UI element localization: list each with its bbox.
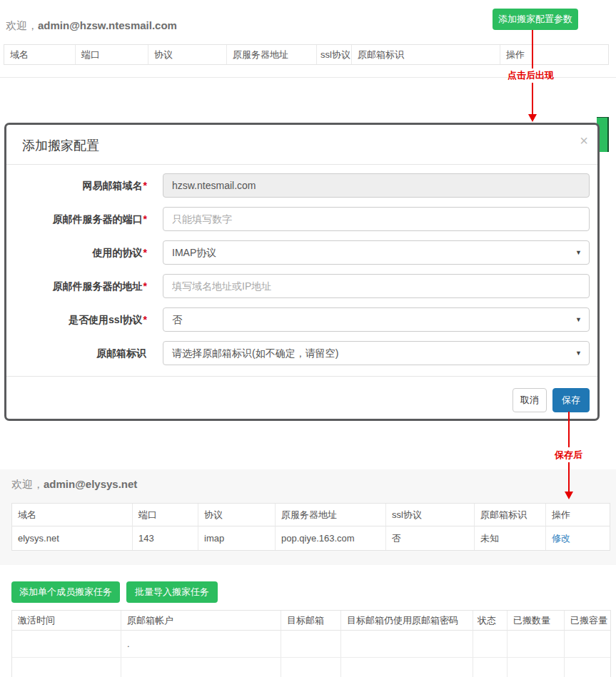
task-cell: [121, 658, 281, 677]
cell-action: 修改: [546, 526, 610, 550]
t2-header-port: 端口: [133, 504, 198, 526]
field-row-server: 原邮件服务器的地址*: [6, 274, 597, 298]
protocol-select-value: IMAP协议: [172, 241, 216, 264]
t1-header-protocol: 协议: [148, 45, 227, 64]
cell-port: 143: [133, 526, 198, 550]
ssl-select[interactable]: 否 ▼: [163, 307, 590, 332]
task-cell-source-account: .: [121, 631, 281, 658]
task-cell: [12, 631, 121, 658]
source-server-field[interactable]: [163, 274, 590, 298]
required-asterisk: *: [143, 314, 147, 325]
dialog-header-divider: [6, 164, 597, 165]
admin-account-2: admin@elysys.net: [44, 478, 137, 490]
required-asterisk: *: [143, 280, 147, 292]
click-arrow-line-bottom: [532, 83, 533, 115]
welcome-text-1: 欢迎，admin@hzsw.ntesmail.com: [6, 19, 177, 33]
field-label-domain: 网易邮箱域名*: [6, 173, 147, 198]
t2-header-ssl: ssl协议: [386, 504, 475, 526]
t3-header-moved-size: 已搬容量: [565, 611, 610, 631]
task-cell: [341, 631, 473, 658]
add-single-task-button[interactable]: 添加单个成员搬家任务: [11, 581, 120, 603]
field-label-flag: 原邮箱标识: [6, 341, 147, 365]
mailbox-flag-select-value: 请选择原邮箱标识(如不确定，请留空): [172, 342, 338, 365]
task-cell: [565, 658, 610, 677]
t1-header-port: 端口: [76, 45, 148, 64]
task-table: 激活时间 原邮箱帐户 目标邮箱 目标邮箱仍使用原邮箱密码 状态 已搬数量 已搬容…: [11, 610, 611, 677]
batch-import-task-button[interactable]: 批量导入搬家任务: [126, 581, 218, 603]
welcome-text-2: 欢迎，admin@elysys.net: [11, 478, 137, 492]
after-click-annotation: 点击后出现: [508, 69, 554, 82]
mailbox-flag-select[interactable]: 请选择原邮箱标识(如不确定，请留空) ▼: [163, 341, 590, 365]
modify-link[interactable]: 修改: [552, 532, 570, 545]
t3-header-keep-password: 目标邮箱仍使用原邮箱密码: [341, 611, 473, 631]
t2-header-flag: 原邮箱标识: [475, 504, 546, 526]
t2-header-server: 原服务器地址: [276, 504, 386, 526]
netease-domain-field[interactable]: [163, 173, 590, 198]
save-arrowhead-icon: [565, 492, 573, 499]
dialog-footer: 取消 保存: [6, 376, 597, 419]
t1-header-action: 操作: [500, 45, 608, 64]
t1-header-ssl: ssl协议: [317, 45, 352, 64]
task-cell: [508, 631, 565, 658]
t3-header-status: 状态: [473, 611, 508, 631]
close-icon[interactable]: ×: [580, 133, 588, 148]
cell-server: pop.qiye.163.com: [276, 526, 386, 550]
ssl-select-value: 否: [172, 308, 182, 331]
cell-protocol: imap: [198, 526, 276, 550]
field-label-server: 原邮件服务器的地址*: [6, 274, 147, 298]
after-save-annotation: 保存后: [555, 449, 582, 462]
t1-header-flag: 原邮箱标识: [352, 45, 500, 64]
field-label-port: 原邮件服务器的端口*: [6, 207, 147, 231]
t2-header-action: 操作: [546, 504, 610, 526]
add-config-dialog: 添加搬家配置 × 网易邮箱域名* 原邮件服务器的端口* 使用的协议* IMAP协…: [4, 123, 600, 421]
task-cell: [565, 631, 610, 658]
t3-header-source-account: 原邮箱帐户: [121, 611, 281, 631]
t1-header-server: 原服务器地址: [227, 45, 317, 64]
click-arrow-line-top: [532, 30, 533, 68]
welcome-prefix: 欢迎，: [6, 19, 38, 31]
chevron-down-icon: ▼: [575, 342, 582, 365]
config-table-1: 域名 端口 协议 原服务器地址 ssl协议 原邮箱标识 操作: [4, 44, 609, 65]
required-asterisk: *: [143, 213, 147, 225]
task-cell: [281, 658, 341, 677]
t2-header-protocol: 协议: [198, 504, 276, 526]
field-label-ssl: 是否使用ssl协议*: [6, 307, 147, 332]
field-row-protocol: 使用的协议* IMAP协议 ▼: [6, 240, 597, 265]
t3-header-target-mailbox: 目标邮箱: [281, 611, 341, 631]
source-port-field[interactable]: [163, 207, 590, 231]
task-cell: [473, 631, 508, 658]
chevron-down-icon: ▼: [575, 241, 582, 264]
save-arrow-line-bottom: [568, 462, 570, 492]
protocol-select[interactable]: IMAP协议 ▼: [163, 240, 590, 265]
admin-account-1: admin@hzsw.ntesmail.com: [38, 19, 177, 31]
field-label-protocol: 使用的协议*: [6, 240, 147, 265]
field-row-port: 原邮件服务器的端口*: [6, 207, 597, 231]
t1-header-domain: 域名: [4, 45, 76, 64]
welcome-prefix: 欢迎，: [11, 478, 44, 490]
task-cell: [341, 658, 473, 677]
t3-header-activate-time: 激活时间: [12, 611, 121, 631]
cell-domain: elysys.net: [12, 526, 133, 550]
add-migration-config-button[interactable]: 添加搬家配置参数: [493, 9, 578, 30]
cell-flag: 未知: [475, 526, 546, 550]
task-cell: [281, 631, 341, 658]
click-arrowhead-icon: [528, 114, 537, 122]
field-row-ssl: 是否使用ssl协议* 否 ▼: [6, 307, 597, 332]
t3-header-moved-count: 已搬数量: [508, 611, 565, 631]
task-cell: [12, 658, 121, 677]
cancel-button[interactable]: 取消: [513, 388, 547, 412]
field-row-domain: 网易邮箱域名*: [6, 173, 597, 198]
required-asterisk: *: [143, 247, 147, 258]
page: 欢迎，admin@hzsw.ntesmail.com 添加搬家配置参数 域名 端…: [0, 0, 616, 677]
field-row-flag: 原邮箱标识 请选择原邮箱标识(如不确定，请留空) ▼: [6, 341, 597, 365]
save-button[interactable]: 保存: [552, 388, 590, 412]
dialog-title: 添加搬家配置: [22, 137, 99, 154]
save-arrow-line-top: [568, 412, 570, 447]
task-cell: [508, 658, 565, 677]
required-asterisk: *: [143, 180, 147, 191]
task-cell: [473, 658, 508, 677]
t2-header-domain: 域名: [12, 504, 133, 526]
chevron-down-icon: ▼: [575, 308, 582, 331]
cell-ssl: 否: [386, 526, 475, 550]
config-table-2: 域名 端口 协议 原服务器地址 ssl协议 原邮箱标识 操作 elysys.ne…: [11, 503, 610, 551]
